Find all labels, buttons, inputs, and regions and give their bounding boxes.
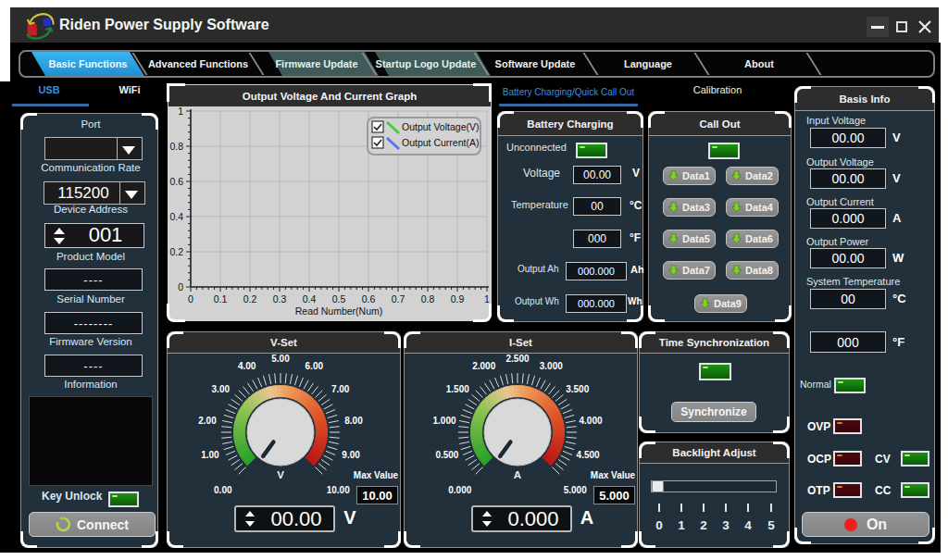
- svg-text:10.00: 10.00: [327, 485, 350, 495]
- svg-text:V: V: [277, 469, 284, 480]
- svg-text:0.4: 0.4: [169, 211, 183, 222]
- svg-text:0.3: 0.3: [273, 293, 287, 305]
- svg-text:A: A: [514, 469, 521, 480]
- svg-text:0.8: 0.8: [421, 293, 435, 305]
- svg-text:8.00: 8.00: [344, 416, 363, 426]
- svg-text:5.00: 5.00: [271, 354, 290, 364]
- svg-text:0.5: 0.5: [332, 293, 346, 305]
- svg-text:0.00: 0.00: [214, 485, 232, 495]
- svg-text:2.000: 2.000: [472, 361, 495, 371]
- svg-text:Read Number(Num): Read Number(Num): [295, 305, 383, 317]
- svg-text:5.000: 5.000: [564, 485, 587, 495]
- svg-text:4.00: 4.00: [238, 361, 256, 371]
- svg-text:0.6: 0.6: [169, 176, 183, 187]
- svg-text:0.2: 0.2: [169, 246, 183, 257]
- svg-text:0: 0: [178, 281, 183, 292]
- svg-text:1.00: 1.00: [201, 450, 219, 460]
- svg-text:0.000: 0.000: [448, 485, 471, 495]
- svg-text:3.500: 3.500: [566, 384, 589, 394]
- svg-text:6.00: 6.00: [306, 361, 324, 371]
- svg-text:0.4: 0.4: [303, 293, 317, 305]
- svg-text:0.500: 0.500: [435, 450, 458, 460]
- svg-text:0.9: 0.9: [451, 293, 465, 305]
- svg-text:4.500: 4.500: [577, 450, 600, 460]
- svg-text:0: 0: [188, 293, 193, 305]
- svg-text:0.1: 0.1: [214, 293, 228, 305]
- svg-text:1.000: 1.000: [432, 416, 455, 426]
- svg-text:4.000: 4.000: [579, 416, 602, 426]
- svg-text:7.00: 7.00: [331, 384, 350, 394]
- svg-text:Output Voltage(V): Output Voltage(V): [402, 121, 479, 132]
- svg-text:0.2: 0.2: [243, 293, 257, 305]
- svg-text:2.500: 2.500: [505, 354, 529, 364]
- svg-text:1.500: 1.500: [446, 384, 469, 394]
- svg-text:3.000: 3.000: [540, 361, 563, 371]
- svg-text:1: 1: [178, 107, 183, 117]
- svg-text:2.00: 2.00: [198, 416, 217, 426]
- svg-text:0.6: 0.6: [362, 293, 376, 305]
- svg-text:0.8: 0.8: [169, 141, 183, 152]
- svg-text:3.00: 3.00: [212, 384, 231, 394]
- svg-text:Output Current(A): Output Current(A): [402, 137, 479, 148]
- svg-text:0.7: 0.7: [392, 293, 405, 305]
- svg-text:9.00: 9.00: [342, 450, 360, 460]
